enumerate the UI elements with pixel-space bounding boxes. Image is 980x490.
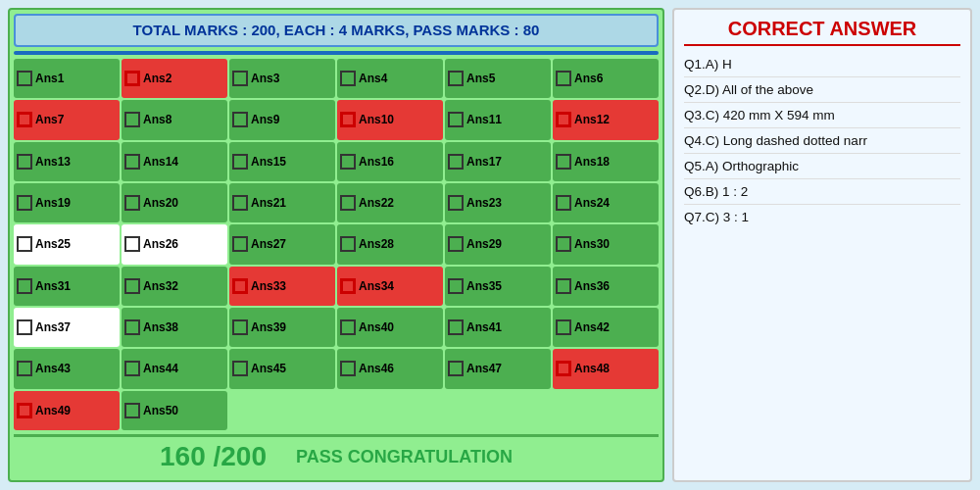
answer-checkbox[interactable] — [340, 71, 356, 86]
answer-cell[interactable]: Ans34 — [337, 267, 443, 306]
answer-checkbox[interactable] — [232, 319, 248, 335]
answer-checkbox[interactable] — [17, 361, 32, 376]
answer-cell[interactable]: Ans16 — [337, 142, 443, 181]
answer-checkbox[interactable] — [448, 154, 464, 170]
answer-checkbox[interactable] — [232, 236, 248, 252]
answer-checkbox[interactable] — [448, 319, 464, 335]
answer-cell[interactable]: Ans40 — [337, 308, 443, 347]
answer-cell[interactable]: Ans23 — [445, 183, 551, 222]
answer-checkbox[interactable] — [448, 361, 464, 376]
answer-cell[interactable]: Ans42 — [553, 308, 659, 347]
answer-checkbox[interactable] — [556, 236, 571, 252]
answer-checkbox[interactable] — [556, 319, 571, 335]
answer-cell[interactable]: Ans13 — [14, 142, 120, 181]
answer-checkbox[interactable] — [17, 319, 32, 335]
answer-cell[interactable]: Ans29 — [445, 224, 551, 264]
answer-checkbox[interactable] — [232, 195, 248, 211]
answer-cell[interactable]: Ans36 — [553, 267, 659, 306]
answer-cell[interactable]: Ans30 — [553, 224, 659, 264]
answer-cell[interactable]: Ans26 — [122, 224, 227, 264]
answer-checkbox[interactable] — [17, 71, 32, 86]
answer-cell[interactable]: Ans22 — [337, 183, 443, 222]
answer-checkbox[interactable] — [232, 154, 248, 170]
answer-checkbox[interactable] — [232, 361, 248, 376]
answer-cell[interactable]: Ans19 — [14, 183, 120, 222]
answer-cell[interactable]: Ans20 — [122, 183, 227, 222]
answer-cell[interactable]: Ans25 — [14, 224, 120, 264]
answer-cell[interactable]: Ans10 — [337, 100, 443, 139]
answer-cell[interactable]: Ans44 — [122, 349, 227, 388]
answer-checkbox[interactable] — [556, 278, 571, 294]
answer-cell[interactable]: Ans9 — [229, 100, 335, 139]
answer-checkbox[interactable] — [17, 112, 32, 127]
answer-cell[interactable]: Ans28 — [337, 224, 443, 264]
answer-cell[interactable]: Ans38 — [122, 308, 227, 347]
answer-cell[interactable]: Ans24 — [553, 183, 659, 222]
answer-checkbox[interactable] — [232, 112, 248, 127]
answer-cell[interactable]: Ans1 — [14, 59, 120, 98]
answer-checkbox[interactable] — [124, 154, 140, 170]
answer-cell[interactable]: Ans49 — [14, 391, 120, 430]
answer-cell[interactable]: Ans45 — [229, 349, 335, 388]
answer-checkbox[interactable] — [232, 278, 248, 294]
answer-checkbox[interactable] — [340, 236, 356, 252]
answer-cell[interactable]: Ans31 — [14, 267, 120, 306]
answer-cell[interactable]: Ans5 — [445, 59, 551, 98]
answer-checkbox[interactable] — [448, 278, 464, 294]
answer-checkbox[interactable] — [340, 112, 356, 127]
answer-checkbox[interactable] — [17, 195, 32, 211]
answer-checkbox[interactable] — [232, 71, 248, 86]
answer-cell[interactable]: Ans39 — [229, 308, 335, 347]
answer-cell[interactable]: Ans3 — [229, 59, 335, 98]
answer-checkbox[interactable] — [124, 278, 140, 294]
answer-cell[interactable]: Ans17 — [445, 142, 551, 181]
answer-checkbox[interactable] — [448, 71, 464, 86]
answer-cell[interactable]: Ans2 — [122, 59, 227, 98]
answer-cell[interactable]: Ans14 — [122, 142, 227, 181]
answer-cell[interactable]: Ans46 — [337, 349, 443, 388]
answer-checkbox[interactable] — [17, 236, 32, 252]
answer-checkbox[interactable] — [17, 278, 32, 294]
answer-cell[interactable]: Ans6 — [553, 59, 659, 98]
answer-cell[interactable]: Ans47 — [445, 349, 551, 388]
answer-checkbox[interactable] — [124, 319, 140, 335]
answer-cell[interactable]: Ans27 — [229, 224, 335, 264]
answer-checkbox[interactable] — [17, 154, 32, 170]
answer-checkbox[interactable] — [340, 154, 356, 170]
answer-cell[interactable]: Ans41 — [445, 308, 551, 347]
answer-checkbox[interactable] — [124, 112, 140, 127]
answer-cell[interactable]: Ans21 — [229, 183, 335, 222]
answer-checkbox[interactable] — [448, 195, 464, 211]
answer-checkbox[interactable] — [124, 361, 140, 376]
answer-checkbox[interactable] — [124, 236, 140, 252]
answer-checkbox[interactable] — [124, 403, 140, 418]
answer-checkbox[interactable] — [340, 195, 356, 211]
answer-checkbox[interactable] — [448, 112, 464, 127]
answer-cell[interactable]: Ans12 — [553, 100, 659, 139]
answer-cell[interactable]: Ans50 — [122, 391, 227, 430]
answer-checkbox[interactable] — [556, 195, 571, 211]
answer-cell[interactable]: Ans32 — [122, 267, 227, 306]
answer-cell[interactable]: Ans43 — [14, 349, 120, 388]
answer-checkbox[interactable] — [340, 278, 356, 294]
answer-cell[interactable]: Ans15 — [229, 142, 335, 181]
answer-checkbox[interactable] — [556, 112, 571, 127]
answer-cell[interactable]: Ans4 — [337, 59, 443, 98]
answer-checkbox[interactable] — [340, 361, 356, 376]
answer-checkbox[interactable] — [124, 195, 140, 211]
answer-checkbox[interactable] — [124, 71, 140, 86]
answer-cell[interactable]: Ans7 — [14, 100, 120, 139]
answer-checkbox[interactable] — [556, 71, 571, 86]
answer-cell[interactable]: Ans18 — [553, 142, 659, 181]
answer-checkbox[interactable] — [17, 403, 32, 418]
answer-checkbox[interactable] — [556, 154, 571, 170]
answer-cell[interactable]: Ans48 — [553, 349, 659, 388]
answer-cell[interactable]: Ans35 — [445, 267, 551, 306]
answer-checkbox[interactable] — [340, 319, 356, 335]
answer-cell[interactable]: Ans37 — [14, 308, 120, 347]
answer-checkbox[interactable] — [448, 236, 464, 252]
answer-cell[interactable]: Ans8 — [122, 100, 227, 139]
answer-cell[interactable]: Ans33 — [229, 267, 335, 306]
answer-checkbox[interactable] — [556, 361, 571, 376]
answer-cell[interactable]: Ans11 — [445, 100, 551, 139]
